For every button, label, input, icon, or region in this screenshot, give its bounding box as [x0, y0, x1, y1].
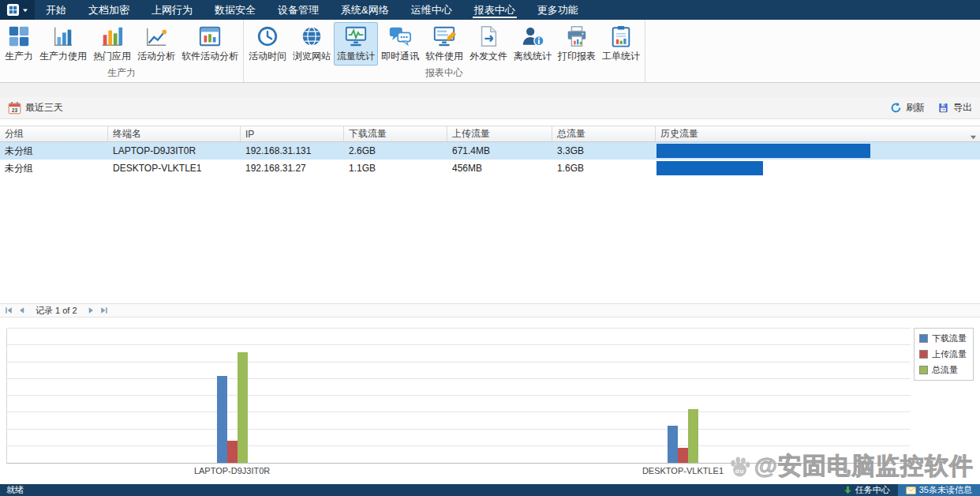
menu-item-data-security[interactable]: 数据安全: [204, 0, 267, 20]
colorbars-icon: [100, 24, 124, 48]
ribbon-group-report-center: 活动时间浏览网站流量统计即时通讯软件使用外发文件离线统计打印报表工单统计报表中心: [244, 20, 645, 82]
cell-group: 未分组: [0, 160, 108, 177]
chart-bar-upload: [227, 441, 238, 463]
ribbon-button-label: 工单统计: [602, 50, 640, 63]
ribbon-button-activity-time[interactable]: 活动时间: [245, 22, 290, 66]
column-header-download[interactable]: 下载流量: [344, 126, 447, 141]
menu-item-report-center[interactable]: 报表中心: [463, 0, 526, 20]
date-range-label: 最近三天: [25, 101, 63, 115]
last-page-button[interactable]: [99, 306, 109, 315]
ribbon-button-productivity[interactable]: 生产力: [2, 22, 36, 66]
column-header-ip[interactable]: IP: [241, 126, 344, 141]
ribbon-button-label: 浏览网站: [293, 50, 331, 63]
gridline: [7, 328, 911, 329]
gridline: [7, 429, 911, 430]
gridline: [7, 445, 911, 446]
column-header-history[interactable]: 历史流量: [656, 126, 980, 141]
svg-text:23: 23: [12, 107, 18, 113]
prev-page-button[interactable]: [17, 306, 27, 315]
legend-entry-total: 总流量: [919, 364, 968, 376]
clipboard-icon: [609, 24, 633, 48]
legend-label: 下载流量: [932, 333, 967, 344]
gridline: [7, 395, 911, 396]
cell-download: 1.1GB: [344, 160, 447, 177]
ribbon-button-label: 即时通讯: [381, 50, 419, 63]
cell-terminal: DESKTOP-VLKTLE1: [108, 160, 241, 177]
ribbon-button-activity-analysis[interactable]: 活动分析: [134, 22, 178, 66]
ribbon-button-browse-websites[interactable]: 浏览网站: [290, 22, 334, 66]
legend-label: 总流量: [932, 364, 958, 376]
statusbar: 就绪 任务中心 35条未读信息: [0, 484, 980, 496]
chevron-down-icon: [22, 8, 28, 13]
menubar: 开始文档加密上网行为数据安全设备管理系统&网络运维中心报表中心更多功能: [0, 0, 980, 20]
globe-icon: [300, 24, 324, 48]
ribbon-band: [0, 83, 980, 97]
date-range-filter[interactable]: 23 最近三天: [8, 101, 63, 115]
ribbon-button-productivity-usage[interactable]: 生产力使用: [36, 22, 90, 66]
cell-ip: 192.168.31.27: [241, 160, 344, 177]
table-body: 未分组LAPTOP-D9J3IT0R192.168.31.1312.6GB671…: [0, 142, 980, 303]
category-label: DESKTOP-VLKTLE1: [604, 466, 761, 475]
column-header-total[interactable]: 总流量: [552, 126, 656, 141]
ribbon-button-software-activity-analysis[interactable]: 软件活动分析: [178, 22, 241, 66]
export-button[interactable]: 导出: [937, 101, 972, 115]
unread-messages-button[interactable]: 35条未读信息: [898, 484, 980, 496]
menu-item-start[interactable]: 开始: [35, 0, 77, 20]
ribbon-button-label: 活动分析: [137, 50, 175, 63]
ribbon-button-outgoing-files[interactable]: 外发文件: [466, 22, 511, 66]
column-chooser-icon[interactable]: [969, 130, 978, 145]
menu-item-doc-encryption[interactable]: 文档加密: [77, 0, 140, 20]
refresh-icon: [890, 102, 902, 114]
ribbon-button-label: 软件使用: [425, 50, 463, 63]
cell-group: 未分组: [0, 142, 108, 160]
table-row[interactable]: 未分组DESKTOP-VLKTLE1192.168.31.271.1GB456M…: [0, 160, 980, 177]
menu-item-ops-center[interactable]: 运维中心: [400, 0, 463, 20]
ribbon-button-label: 打印报表: [558, 50, 596, 63]
next-page-button[interactable]: [86, 306, 95, 315]
menu-item-device-management[interactable]: 设备管理: [267, 0, 330, 20]
task-center-button[interactable]: 任务中心: [836, 484, 898, 496]
table-header: 分组终端名IP下载流量上传流量总流量历史流量: [0, 126, 980, 142]
printer-icon: [565, 24, 589, 48]
column-header-upload[interactable]: 上传流量: [447, 126, 552, 141]
chart-bar-total: [238, 352, 248, 463]
ribbon-button-hot-apps[interactable]: 热门应用: [90, 22, 134, 66]
ribbon-button-offline-statistics[interactable]: 离线统计: [511, 22, 555, 66]
ribbon-button-label: 流量统计: [337, 50, 375, 63]
chart-bar-upload: [678, 448, 688, 463]
status-ready-text: 就绪: [6, 484, 24, 496]
column-header-terminal[interactable]: 终端名: [108, 126, 241, 141]
first-page-button[interactable]: [4, 306, 13, 315]
menu-item-internet-behavior[interactable]: 上网行为: [140, 0, 204, 20]
exportfile-icon: [477, 24, 500, 48]
ribbon-button-software-usage[interactable]: 软件使用: [422, 22, 466, 66]
table-row[interactable]: 未分组LAPTOP-D9J3IT0R192.168.31.1312.6GB671…: [0, 142, 980, 160]
cell-history: [656, 142, 980, 160]
ribbon-button-label: 软件活动分析: [181, 50, 238, 63]
app-window: 开始文档加密上网行为数据安全设备管理系统&网络运维中心报表中心更多功能 生产力生…: [0, 0, 980, 496]
ribbon-button-label: 生产力使用: [39, 50, 87, 63]
task-center-label: 任务中心: [855, 484, 890, 496]
ribbon-button-ticket-statistics[interactable]: 工单统计: [599, 22, 643, 66]
menu-item-more-features[interactable]: 更多功能: [526, 0, 589, 20]
legend-entry-download: 下载流量: [919, 333, 968, 344]
chart-bar-download: [217, 376, 227, 464]
refresh-button[interactable]: 刷新: [890, 101, 925, 115]
app-menu-button[interactable]: [0, 0, 35, 20]
ribbon-button-traffic-statistics[interactable]: 流量统计: [334, 22, 378, 66]
gridline: [7, 378, 911, 379]
category-label: LAPTOP-D9J3IT0R: [153, 466, 311, 475]
ribbon-button-instant-messaging[interactable]: 即时通讯: [378, 22, 422, 66]
tiles-icon: [7, 24, 31, 48]
column-header-group[interactable]: 分组: [0, 126, 108, 141]
cell-download: 2.6GB: [344, 142, 447, 160]
chart-plot: LAPTOP-D9J3IT0RDESKTOP-VLKTLE1: [6, 329, 911, 464]
barchart-icon: [51, 24, 75, 48]
gridline: [7, 411, 911, 412]
menu-item-system-network[interactable]: 系统&网络: [330, 0, 400, 20]
cell-total: 3.3GB: [552, 142, 656, 160]
pager: 记录 1 of 2: [0, 303, 980, 318]
ribbon-button-print-report[interactable]: 打印报表: [555, 22, 599, 66]
filterbar: 23 最近三天 刷新 导出: [0, 97, 980, 119]
chat-icon: [388, 24, 412, 48]
